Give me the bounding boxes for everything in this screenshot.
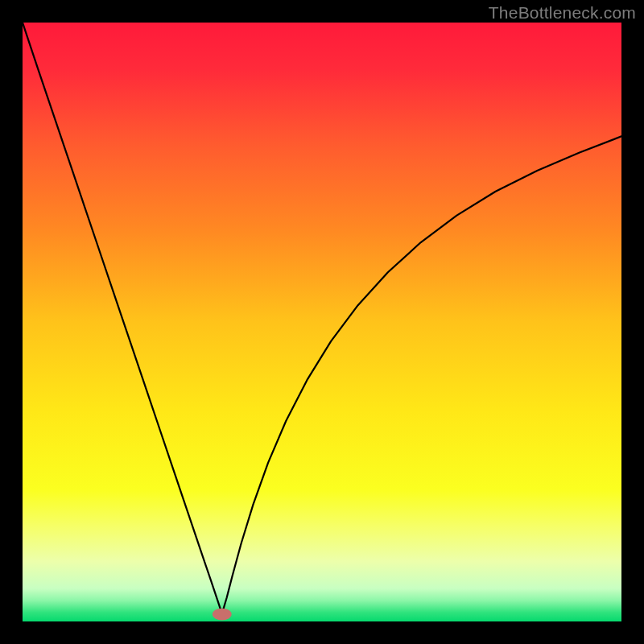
gradient-background: [23, 23, 621, 621]
chart-svg: [23, 23, 621, 621]
chart-frame: TheBottleneck.com: [0, 0, 644, 644]
watermark-text: TheBottleneck.com: [489, 3, 636, 23]
plot-area: [23, 23, 621, 621]
min-marker: [213, 609, 232, 621]
